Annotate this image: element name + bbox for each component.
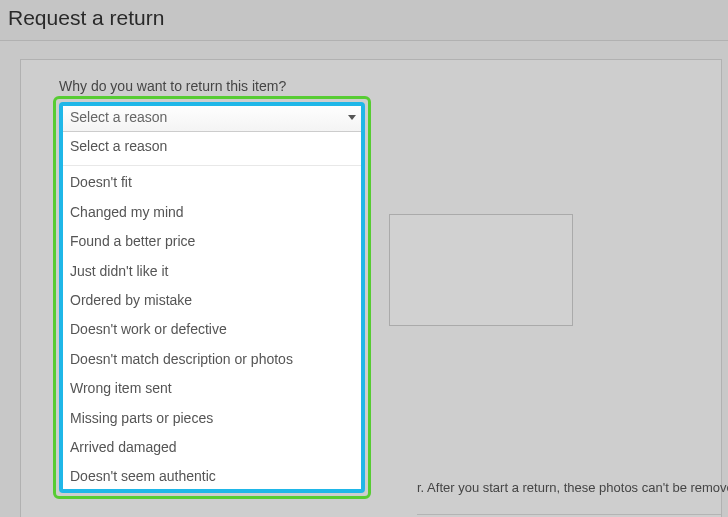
reason-select-value: Select a reason: [70, 109, 167, 125]
reason-option[interactable]: Wrong item sent: [60, 374, 364, 403]
return-form-panel: Why do you want to return this item? Sel…: [20, 59, 722, 517]
title-bar: Request a return: [0, 0, 728, 41]
reason-option[interactable]: Ordered by mistake: [60, 286, 364, 315]
reason-select-container: Select a reason Select a reason Doesn't …: [59, 102, 365, 493]
reason-option[interactable]: Changed my mind: [60, 198, 364, 227]
dropdown-separator: [60, 165, 364, 166]
reason-option[interactable]: Arrived damaged: [60, 433, 364, 462]
reason-option[interactable]: Doesn't fit: [60, 168, 364, 197]
reason-option[interactable]: Doesn't match description or photos: [60, 345, 364, 374]
reason-option[interactable]: Doesn't work or defective: [60, 315, 364, 344]
reason-question-label: Why do you want to return this item?: [59, 78, 699, 94]
reason-select[interactable]: Select a reason: [59, 102, 365, 132]
reason-option[interactable]: Found a better price: [60, 227, 364, 256]
comments-textarea[interactable]: [389, 214, 573, 326]
reason-option[interactable]: Doesn't seem authentic: [60, 462, 364, 491]
page-title: Request a return: [8, 6, 728, 30]
reason-option[interactable]: Missing parts or pieces: [60, 404, 364, 433]
reason-dropdown: Select a reason Doesn't fit Changed my m…: [59, 132, 365, 493]
caret-down-icon: [348, 115, 356, 120]
photo-notice-text: r. After you start a return, these photo…: [417, 480, 728, 495]
divider: [417, 514, 721, 515]
reason-option[interactable]: Select a reason: [60, 132, 364, 161]
reason-option[interactable]: Just didn't like it: [60, 257, 364, 286]
photo-notice-fragment: r. After you start a return, these photo…: [417, 480, 728, 495]
